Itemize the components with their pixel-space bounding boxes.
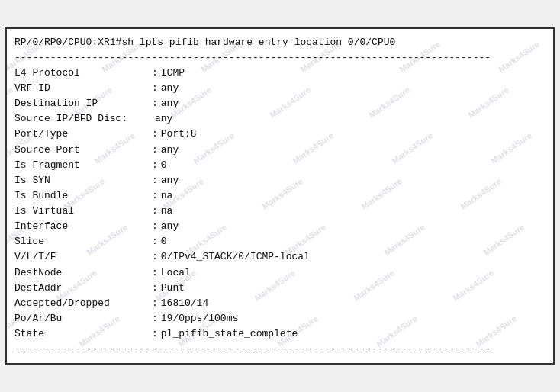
field-value: ICMP (161, 66, 185, 81)
field-name: Interface (14, 219, 152, 234)
field-value: 16810/14 (161, 296, 208, 311)
field-separator: : (152, 188, 158, 204)
command-line: RP/0/RP0/CPU0:XR1#sh lpts pifib hardware… (14, 35, 546, 50)
field-name: L4 Protocol (14, 66, 152, 81)
field-name: Is Virtual (14, 204, 152, 219)
watermark: Marks4Sure (298, 359, 343, 364)
field-name: DestNode (14, 265, 152, 281)
field-value: na (161, 204, 173, 219)
watermark: Marks4Sure (7, 85, 14, 120)
field-name: Is Fragment (14, 158, 152, 173)
field-value: 0/IPv4_STACK/0/ICMP-local (161, 249, 310, 265)
field-name: Source IP/BFD Disc: (14, 111, 152, 127)
field-value: 19/0pps/100ms (161, 311, 238, 326)
table-row: Is Virtual : na (14, 204, 546, 219)
terminal-window: Marks4SureMarks4SureMarks4SureMarks4Sure… (5, 27, 555, 365)
field-value: any (161, 81, 179, 96)
field-value: Punt (161, 281, 185, 296)
field-separator: : (152, 143, 158, 158)
table-row: Slice : 0 (14, 234, 546, 249)
field-separator: : (152, 81, 158, 96)
field-separator: : (152, 265, 158, 281)
field-value: Port:8 (161, 127, 197, 142)
field-separator: : (152, 234, 158, 249)
table-row: V/L/T/F : 0/IPv4_STACK/0/ICMP-local (14, 249, 546, 265)
separator-top: ----------------------------------------… (14, 50, 546, 66)
field-value: any (161, 219, 179, 234)
table-row: DestNode : Local (14, 265, 546, 281)
field-separator: : (152, 204, 158, 219)
field-separator: : (152, 219, 158, 234)
field-name: Is Bundle (14, 188, 152, 204)
table-row: DestAddr : Punt (14, 281, 546, 296)
table-row: Is Bundle : na (14, 188, 546, 204)
field-name: Source Port (14, 143, 152, 158)
field-separator: : (152, 96, 158, 111)
watermark: Marks4Sure (100, 359, 144, 364)
table-row: Source Port : any (14, 143, 546, 158)
field-separator: : (152, 173, 158, 188)
table-row: VRF ID : any (14, 81, 546, 96)
table-row: Po/Ar/Bu : 19/0pps/100ms (14, 311, 546, 326)
field-separator: : (152, 281, 158, 296)
table-row: Interface : any (14, 219, 546, 234)
field-name: Po/Ar/Bu (14, 311, 152, 326)
table-row: State : pl_pifib_state_complete (14, 326, 546, 342)
field-name: State (14, 326, 152, 342)
field-value: any (155, 111, 172, 127)
field-name: VRF ID (14, 81, 152, 96)
table-row: Accepted/Dropped : 16810/14 (14, 296, 546, 311)
table-row: Is Fragment : 0 (14, 158, 546, 173)
table-row: Port/Type : Port:8 (14, 127, 546, 142)
field-value: pl_pifib_state_complete (161, 326, 298, 342)
field-name: Destination IP (14, 96, 152, 111)
watermark: Marks4Sure (397, 359, 442, 364)
field-name: V/L/T/F (14, 249, 152, 265)
field-value: Local (161, 265, 191, 281)
field-value: any (161, 173, 179, 188)
field-value: na (161, 188, 173, 204)
field-separator: : (152, 66, 158, 81)
field-name: Port/Type (14, 127, 152, 142)
field-separator: : (152, 311, 158, 326)
field-name: Is SYN (14, 173, 152, 188)
table-row: L4 Protocol : ICMP (14, 66, 546, 81)
field-name: DestAddr (14, 281, 152, 296)
field-value: 0 (161, 234, 167, 249)
table-row: Destination IP : any (14, 96, 546, 111)
field-value: 0 (161, 158, 167, 173)
field-name: Slice (14, 234, 152, 249)
field-separator: : (152, 326, 158, 342)
field-separator: : (152, 127, 158, 142)
separator-bottom: ----------------------------------------… (14, 342, 546, 357)
field-value: any (161, 143, 179, 158)
table-row: Source IP/BFD Disc: any (14, 111, 546, 127)
field-separator: : (152, 158, 158, 173)
field-name: Accepted/Dropped (14, 296, 152, 311)
field-value: any (161, 96, 179, 111)
table-row: Is SYN : any (14, 173, 546, 188)
field-separator: : (152, 296, 158, 311)
watermark: Marks4Sure (199, 359, 243, 364)
watermark: Marks4Sure (7, 359, 45, 364)
field-separator: : (152, 249, 158, 265)
watermark: Marks4Sure (497, 359, 541, 364)
